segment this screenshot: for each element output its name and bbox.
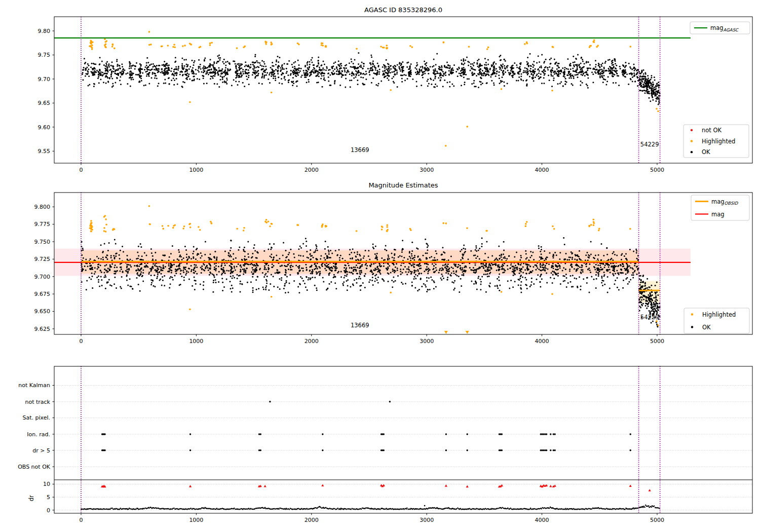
svg-text:Sat. pixel.: Sat. pixel.: [22, 414, 50, 421]
obsid-boundary-vlines: [81, 366, 660, 513]
svg-text:2000: 2000: [305, 167, 319, 173]
obsid-boundary-vlines: [81, 17, 660, 163]
svg-text:dr > 5: dr > 5: [32, 447, 50, 454]
axes-frame: [54, 366, 752, 513]
svg-text:5000: 5000: [650, 167, 664, 173]
svg-text:0: 0: [47, 507, 50, 514]
svg-text:5: 5: [47, 494, 50, 501]
y-axis: 9.559.609.659.709.759.80: [38, 28, 55, 155]
svg-text:Highlighted: Highlighted: [702, 138, 735, 145]
clip-markers: [444, 331, 469, 334]
svg-text:4000: 4000: [535, 167, 549, 173]
svg-text:9.725: 9.725: [34, 256, 51, 262]
svg-text:4000: 4000: [535, 517, 549, 523]
svg-text:9.75: 9.75: [38, 52, 51, 58]
legend-1: HighlightedOK: [684, 308, 749, 333]
scatter-ok: [82, 52, 661, 105]
svg-text:9.800: 9.800: [34, 204, 51, 210]
svg-text:9.775: 9.775: [34, 221, 51, 227]
dr-trace: [81, 505, 660, 510]
annotation-13669: 13669: [351, 146, 369, 154]
annotation-13669: 13669: [351, 322, 369, 329]
svg-text:OK: OK: [702, 148, 710, 156]
svg-text:OBS not OK: OBS not OK: [18, 464, 51, 470]
svg-text:1000: 1000: [189, 517, 203, 523]
y-axis: not Kalmannot trackSat. pixel.Ion. rad.d…: [18, 382, 54, 513]
svg-text:Highlighted: Highlighted: [702, 311, 736, 318]
svg-text:OK: OK: [702, 324, 711, 331]
plot-area: [54, 193, 691, 334]
x-axis: 010002000300040005000: [79, 163, 664, 173]
annotation-54229: 54229: [640, 314, 659, 321]
svg-text:0: 0: [79, 167, 83, 173]
svg-text:9.65: 9.65: [38, 100, 51, 106]
matplotlib-figure: AGASC ID 835328296.0 Magnitude Estimates…: [0, 0, 760, 532]
svg-text:1000: 1000: [189, 338, 203, 345]
svg-text:mag: mag: [711, 211, 725, 218]
legend-0: magOBSIDmag: [691, 195, 749, 220]
svg-text:5000: 5000: [650, 517, 664, 523]
y-axis: 9.6259.6509.6759.7009.7259.7509.7759.800: [34, 204, 55, 332]
svg-text:0: 0: [79, 338, 83, 345]
svg-text:9.80: 9.80: [38, 28, 51, 34]
svg-text:not track: not track: [25, 399, 50, 405]
svg-text:3000: 3000: [420, 517, 434, 523]
figure-canvas: 13669542290100020003000400050009.559.609…: [0, 0, 760, 532]
svg-text:9.55: 9.55: [38, 148, 51, 155]
legend-0: magAGASC: [690, 22, 750, 34]
gridlines: [54, 385, 752, 510]
agasc-mag-chart: 13669542290100020003000400050009.559.609…: [38, 17, 753, 173]
legend-1: not OKHighlightedOK: [683, 125, 749, 158]
mag-estimates-chart: 13669542290100020003000400050009.6259.65…: [34, 193, 753, 345]
svg-text:Ion. rad.: Ion. rad.: [27, 431, 50, 438]
x-axis: 010002000300040005000: [79, 334, 664, 345]
plot-area: [54, 17, 691, 163]
svg-text:9.675: 9.675: [34, 291, 51, 297]
svg-text:9.700: 9.700: [34, 274, 51, 280]
svg-text:9.70: 9.70: [38, 76, 51, 83]
svg-text:not Kalman: not Kalman: [18, 382, 50, 389]
flag-dots: [101, 401, 631, 506]
flags-chart: 010002000300040005000not Kalmannot track…: [18, 366, 752, 523]
svg-text:9.750: 9.750: [34, 239, 51, 245]
svg-text:0: 0: [79, 517, 83, 523]
annotation-54229: 54229: [640, 141, 659, 148]
svg-text:2000: 2000: [305, 517, 319, 523]
svg-text:3000: 3000: [420, 338, 434, 345]
svg-text:10: 10: [43, 481, 50, 487]
x-axis: 010002000300040005000: [79, 513, 664, 523]
scatter-highlighted: [89, 31, 659, 147]
svg-text:not OK: not OK: [702, 127, 722, 134]
plot-area: [54, 366, 752, 513]
red-flag-markers: [101, 484, 651, 491]
svg-text:3000: 3000: [420, 167, 434, 173]
ylabel-dr: dr: [28, 495, 35, 501]
svg-text:9.625: 9.625: [34, 326, 51, 332]
svg-text:9.60: 9.60: [38, 124, 51, 131]
svg-text:5000: 5000: [650, 338, 664, 345]
svg-text:1000: 1000: [189, 167, 203, 173]
svg-text:2000: 2000: [305, 338, 319, 345]
svg-text:4000: 4000: [535, 338, 549, 345]
svg-text:9.650: 9.650: [34, 308, 51, 315]
